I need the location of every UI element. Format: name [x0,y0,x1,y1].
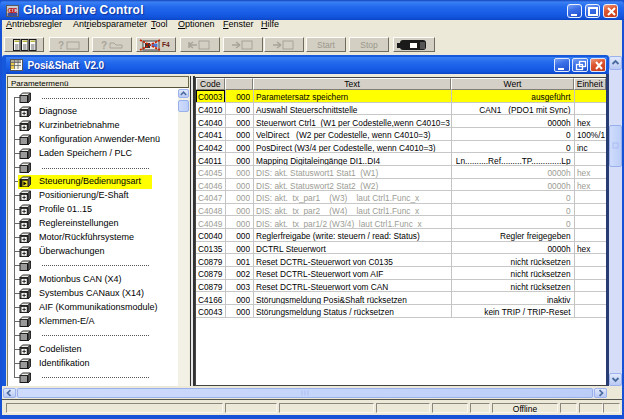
svg-text:?: ? [58,40,64,51]
svg-text:GDC: GDC [8,7,18,14]
svg-text:F4: F4 [162,41,170,48]
svg-text:?: ? [101,40,107,51]
